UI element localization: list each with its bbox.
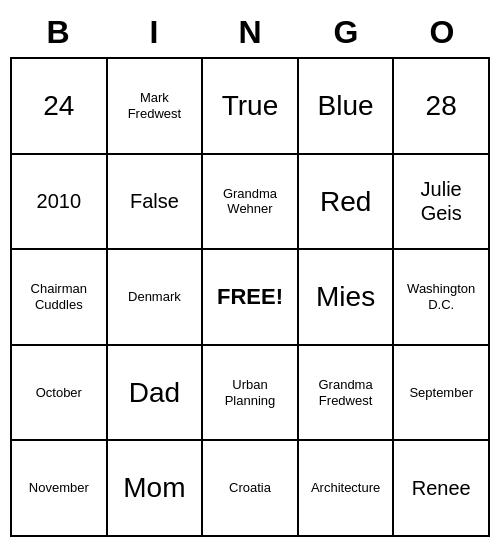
cell-text: Renee (412, 476, 471, 500)
header-letter: O (394, 7, 490, 57)
cell-text: November (29, 480, 89, 496)
cell-r1-c0: 2010 (12, 155, 108, 251)
cell-text: False (130, 189, 179, 213)
bingo-grid: 24Mark FredwestTrueBlue282010FalseGrandm… (10, 57, 490, 537)
cell-r1-c3: Red (299, 155, 395, 251)
cell-r0-c0: 24 (12, 59, 108, 155)
cell-text: September (409, 385, 473, 401)
cell-r2-c3: Mies (299, 250, 395, 346)
cell-r3-c1: Dad (108, 346, 204, 442)
cell-text: Urban Planning (207, 377, 293, 408)
cell-text: FREE! (217, 284, 283, 310)
cell-text: Denmark (128, 289, 181, 305)
header-letter: N (202, 7, 298, 57)
header-letter: G (298, 7, 394, 57)
bingo-card: BINGO 24Mark FredwestTrueBlue282010False… (10, 7, 490, 537)
cell-r1-c4: Julie Geis (394, 155, 490, 251)
cell-text: October (36, 385, 82, 401)
cell-text: 24 (43, 89, 74, 123)
cell-text: 2010 (37, 189, 82, 213)
cell-text: Mark Fredwest (112, 90, 198, 121)
cell-text: Chairman Cuddles (16, 281, 102, 312)
bingo-header: BINGO (10, 7, 490, 57)
cell-text: Red (320, 185, 371, 219)
cell-r4-c2: Croatia (203, 441, 299, 537)
cell-r0-c1: Mark Fredwest (108, 59, 204, 155)
cell-text: Mom (123, 471, 185, 505)
cell-text: Grandma Wehner (207, 186, 293, 217)
cell-r2-c4: Washington D.C. (394, 250, 490, 346)
cell-r1-c2: Grandma Wehner (203, 155, 299, 251)
cell-text: Washington D.C. (398, 281, 484, 312)
cell-r4-c0: November (12, 441, 108, 537)
cell-text: Grandma Fredwest (303, 377, 389, 408)
cell-r0-c3: Blue (299, 59, 395, 155)
cell-r3-c4: September (394, 346, 490, 442)
cell-r4-c3: Architecture (299, 441, 395, 537)
cell-r2-c2: FREE! (203, 250, 299, 346)
cell-r2-c0: Chairman Cuddles (12, 250, 108, 346)
cell-text: Architecture (311, 480, 380, 496)
cell-text: Julie Geis (398, 177, 484, 225)
cell-r3-c0: October (12, 346, 108, 442)
cell-r1-c1: False (108, 155, 204, 251)
cell-r0-c4: 28 (394, 59, 490, 155)
cell-text: Croatia (229, 480, 271, 496)
cell-r3-c3: Grandma Fredwest (299, 346, 395, 442)
cell-r2-c1: Denmark (108, 250, 204, 346)
cell-text: 28 (426, 89, 457, 123)
cell-text: True (222, 89, 279, 123)
cell-text: Mies (316, 280, 375, 314)
cell-r4-c1: Mom (108, 441, 204, 537)
header-letter: I (106, 7, 202, 57)
cell-text: Dad (129, 376, 180, 410)
header-letter: B (10, 7, 106, 57)
cell-text: Blue (318, 89, 374, 123)
cell-r0-c2: True (203, 59, 299, 155)
cell-r3-c2: Urban Planning (203, 346, 299, 442)
cell-r4-c4: Renee (394, 441, 490, 537)
